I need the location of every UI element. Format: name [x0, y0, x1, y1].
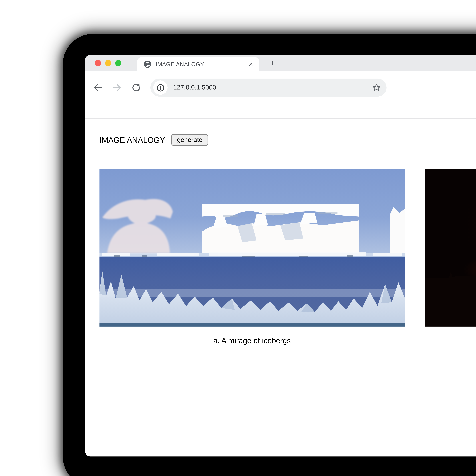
page-header: IMAGE ANALOGY generate	[100, 134, 208, 146]
star-icon	[372, 83, 381, 92]
traffic-lights	[95, 60, 121, 66]
tab-strip: IMAGE ANALOGY × +	[85, 55, 476, 71]
info-icon	[156, 84, 165, 92]
device-frame: IMAGE ANALOGY × +	[63, 34, 476, 476]
generate-button[interactable]: generate	[171, 134, 208, 146]
screenshot-canvas: IMAGE ANALOGY × +	[0, 0, 476, 476]
globe-icon	[144, 60, 151, 68]
bookmark-button[interactable]	[372, 83, 381, 92]
figure-sunset-distortion: b. Sunset and Sunrise Distortions	[425, 169, 476, 345]
sunset-photo	[425, 169, 476, 326]
reload-button[interactable]	[131, 83, 141, 92]
tab-close-icon[interactable]: ×	[247, 60, 255, 68]
back-button[interactable]	[93, 83, 102, 92]
browser-window: IMAGE ANALOGY × +	[85, 55, 476, 457]
site-info-chip[interactable]	[153, 81, 168, 95]
figure-a-caption: a. A mirage of icebergs	[100, 337, 405, 345]
minimize-window-button[interactable]	[105, 60, 111, 66]
browser-toolbar: 127.0.0.1:5000	[85, 71, 476, 119]
figure-iceberg-mirage: a. A mirage of icebergs	[100, 169, 405, 345]
page-content: IMAGE ANALOGY generate	[85, 119, 476, 457]
figure-b-caption: b. Sunset and Sunrise Distortions	[425, 337, 476, 345]
close-window-button[interactable]	[95, 60, 101, 66]
browser-tab[interactable]: IMAGE ANALOGY ×	[137, 57, 259, 71]
forward-button[interactable]	[112, 83, 122, 92]
new-tab-button[interactable]: +	[266, 57, 278, 69]
zoom-window-button[interactable]	[115, 60, 121, 66]
iceberg-mirage-photo	[100, 169, 405, 326]
address-bar[interactable]: 127.0.0.1:5000	[151, 79, 387, 97]
tab-title: IMAGE ANALOGY	[156, 61, 247, 68]
page-title: IMAGE ANALOGY	[100, 136, 165, 145]
url-text[interactable]: 127.0.0.1:5000	[173, 79, 216, 97]
